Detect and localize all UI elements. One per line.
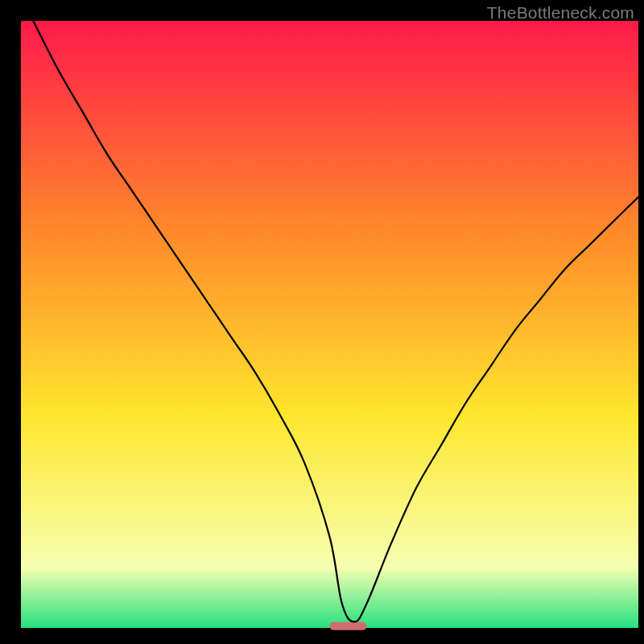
watermark-text: TheBottleneck.com [487, 3, 634, 23]
bottleneck-chart [0, 0, 644, 644]
chart-frame: TheBottleneck.com [0, 0, 644, 644]
minimum-marker [330, 622, 367, 630]
